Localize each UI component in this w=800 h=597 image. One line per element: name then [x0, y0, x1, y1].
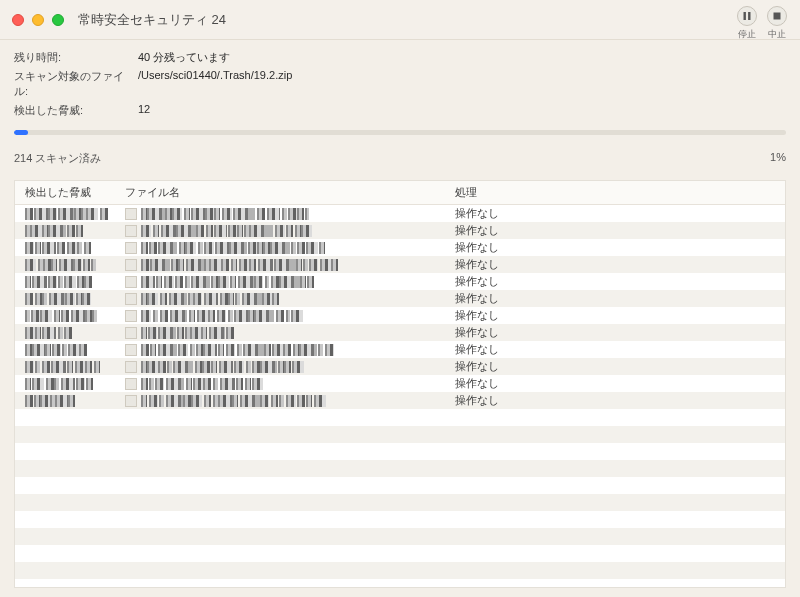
- cell-action: 操作なし: [445, 206, 785, 221]
- table-row[interactable]: 操作なし: [15, 222, 785, 239]
- table-row[interactable]: 操作なし: [15, 392, 785, 409]
- table-row[interactable]: 操作なし: [15, 205, 785, 222]
- progress-percent: 1%: [770, 151, 786, 166]
- file-icon: [125, 378, 137, 390]
- cell-threat: [15, 259, 115, 271]
- cell-threat: [15, 276, 115, 288]
- threats-detected-label: 検出した脅威:: [14, 103, 138, 118]
- table-row[interactable]: 操作なし: [15, 307, 785, 324]
- cell-threat: [15, 395, 115, 407]
- cell-file: [115, 395, 445, 407]
- cell-file: [115, 344, 445, 356]
- table-row-empty: [15, 545, 785, 562]
- file-icon: [125, 259, 137, 271]
- time-remaining-value: 40 分残っています: [138, 50, 230, 65]
- table-row-empty: [15, 460, 785, 477]
- cell-action: 操作なし: [445, 291, 785, 306]
- cell-threat: [15, 310, 115, 322]
- table-row-empty: [15, 579, 785, 588]
- table-row-empty: [15, 511, 785, 528]
- file-icon: [125, 208, 137, 220]
- titlebar: 常時安全セキュリティ 24 停止 中止: [0, 0, 800, 40]
- stop-button[interactable]: 中止: [766, 6, 788, 41]
- col-header-file[interactable]: ファイル名: [115, 185, 445, 200]
- table-row[interactable]: 操作なし: [15, 273, 785, 290]
- cell-action: 操作なし: [445, 393, 785, 408]
- table-row-empty: [15, 409, 785, 426]
- threats-detected-value: 12: [138, 103, 150, 118]
- pause-icon: [742, 11, 752, 21]
- col-header-action[interactable]: 処理: [445, 185, 785, 200]
- scanning-file-value: /Users/sci01440/.Trash/19.2.zip: [138, 69, 292, 99]
- file-icon: [125, 310, 137, 322]
- cell-action: 操作なし: [445, 342, 785, 357]
- file-icon: [125, 242, 137, 254]
- cell-threat: [15, 208, 115, 220]
- time-remaining-label: 残り時間:: [14, 50, 138, 65]
- table-row-empty: [15, 494, 785, 511]
- cell-action: 操作なし: [445, 240, 785, 255]
- progress-meta: 214 スキャン済み 1%: [0, 141, 800, 176]
- cell-file: [115, 310, 445, 322]
- cell-threat: [15, 242, 115, 254]
- cell-action: 操作なし: [445, 308, 785, 323]
- stop-label: 中止: [768, 28, 786, 41]
- title-actions: 停止 中止: [736, 6, 788, 41]
- cell-file: [115, 225, 445, 237]
- table-row[interactable]: 操作なし: [15, 290, 785, 307]
- table-body: 操作なし操作なし操作なし操作なし操作なし操作なし操作なし操作なし操作なし操作なし…: [15, 205, 785, 588]
- minimize-window-button[interactable]: [32, 14, 44, 26]
- scanning-file-label: スキャン対象のファイル:: [14, 69, 138, 99]
- pause-label: 停止: [738, 28, 756, 41]
- file-icon: [125, 361, 137, 373]
- cell-file: [115, 293, 445, 305]
- table-header: 検出した脅威 ファイル名 処理: [15, 181, 785, 205]
- cell-threat: [15, 293, 115, 305]
- table-row[interactable]: 操作なし: [15, 239, 785, 256]
- svg-rect-2: [774, 13, 781, 20]
- table-row[interactable]: 操作なし: [15, 375, 785, 392]
- table-row-empty: [15, 528, 785, 545]
- file-icon: [125, 293, 137, 305]
- stop-icon: [772, 11, 782, 21]
- cell-file: [115, 276, 445, 288]
- cell-file: [115, 327, 445, 339]
- table-row-empty: [15, 443, 785, 460]
- pause-button[interactable]: 停止: [736, 6, 758, 41]
- table-row-empty: [15, 426, 785, 443]
- close-window-button[interactable]: [12, 14, 24, 26]
- table-row[interactable]: 操作なし: [15, 341, 785, 358]
- svg-rect-1: [748, 12, 750, 20]
- file-icon: [125, 395, 137, 407]
- scanned-count: 214 スキャン済み: [14, 151, 101, 166]
- table-row[interactable]: 操作なし: [15, 256, 785, 273]
- cell-action: 操作なし: [445, 274, 785, 289]
- table-row[interactable]: 操作なし: [15, 324, 785, 341]
- cell-action: 操作なし: [445, 359, 785, 374]
- scan-info: 残り時間: 40 分残っています スキャン対象のファイル: /Users/sci…: [0, 40, 800, 130]
- cell-action: 操作なし: [445, 325, 785, 340]
- cell-file: [115, 242, 445, 254]
- cell-file: [115, 259, 445, 271]
- file-icon: [125, 344, 137, 356]
- cell-action: 操作なし: [445, 257, 785, 272]
- table-row[interactable]: 操作なし: [15, 358, 785, 375]
- col-header-threat[interactable]: 検出した脅威: [15, 185, 115, 200]
- threat-table: 検出した脅威 ファイル名 処理 操作なし操作なし操作なし操作なし操作なし操作なし…: [14, 180, 786, 588]
- table-row-empty: [15, 562, 785, 579]
- cell-action: 操作なし: [445, 223, 785, 238]
- table-row-empty: [15, 477, 785, 494]
- file-icon: [125, 276, 137, 288]
- file-icon: [125, 225, 137, 237]
- cell-threat: [15, 344, 115, 356]
- file-icon: [125, 327, 137, 339]
- cell-file: [115, 208, 445, 220]
- cell-threat: [15, 327, 115, 339]
- window-title: 常時安全セキュリティ 24: [78, 11, 226, 29]
- zoom-window-button[interactable]: [52, 14, 64, 26]
- cell-file: [115, 378, 445, 390]
- cell-threat: [15, 225, 115, 237]
- progress-bar: [0, 130, 800, 141]
- cell-file: [115, 361, 445, 373]
- svg-rect-0: [744, 12, 746, 20]
